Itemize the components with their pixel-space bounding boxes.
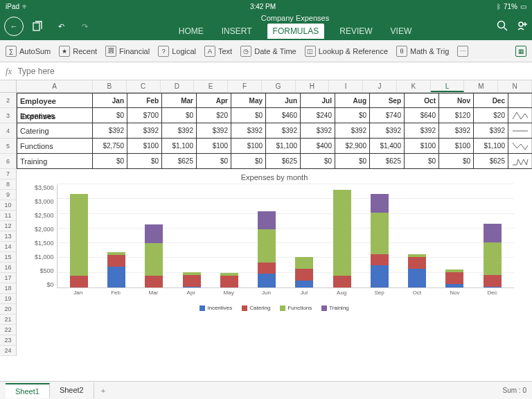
col-C[interactable]: C — [127, 80, 161, 92]
data-cell[interactable]: $640 — [405, 108, 439, 123]
col-E[interactable]: E — [194, 80, 228, 92]
row-19[interactable]: 19 — [0, 294, 17, 304]
row-11[interactable]: 11 — [0, 211, 17, 221]
col-J[interactable]: J — [363, 80, 397, 92]
row-21[interactable]: 21 — [0, 314, 17, 325]
row-22[interactable]: 22 — [0, 325, 17, 335]
share-icon[interactable] — [515, 19, 528, 33]
data-cell[interactable]: $0 — [439, 154, 474, 168]
data-cell[interactable]: $0 — [231, 108, 266, 123]
bar-mar[interactable] — [145, 224, 163, 287]
ribbon-math-trig[interactable]: θMath & Trig — [396, 46, 449, 57]
data-cell[interactable]: $700 — [127, 108, 162, 123]
row-23[interactable]: 23 — [0, 335, 17, 346]
tab-home[interactable]: HOME — [176, 24, 206, 39]
row-17[interactable]: 17 — [0, 273, 17, 283]
bar-apr[interactable] — [183, 272, 201, 287]
data-cell[interactable]: $0 — [335, 154, 370, 168]
sheet-tab-sheet1[interactable]: Sheet1 — [6, 383, 50, 398]
row-2[interactable]: 2 — [0, 93, 17, 108]
data-cell[interactable]: $100 — [231, 139, 266, 153]
data-cell[interactable]: $2,900 — [335, 139, 370, 153]
data-cell[interactable]: $20 — [474, 108, 508, 123]
bar-sep[interactable] — [371, 194, 389, 287]
row-15[interactable]: 15 — [0, 252, 17, 263]
bar-jul[interactable] — [295, 257, 313, 287]
data-cell[interactable]: $120 — [439, 108, 474, 123]
formula-input[interactable] — [17, 66, 526, 76]
row-10[interactable]: 10 — [0, 200, 17, 211]
data-cell[interactable]: $100 — [405, 139, 439, 153]
tab-review[interactable]: REVIEW — [337, 24, 375, 39]
sheet-tab-sheet2[interactable]: Sheet2 — [50, 383, 94, 398]
col-M[interactable]: M — [464, 80, 498, 92]
ribbon-recent[interactable]: ★Recent — [59, 46, 97, 57]
col-K[interactable]: K — [397, 80, 431, 92]
data-cell[interactable]: $625 — [266, 154, 301, 168]
file-button[interactable] — [28, 17, 47, 36]
row-7[interactable]: 7 — [0, 169, 17, 179]
data-cell[interactable]: $392 — [197, 123, 231, 138]
data-cell[interactable]: $392 — [266, 123, 301, 138]
data-cell[interactable]: $1,100 — [474, 139, 508, 153]
data-cell[interactable]: $392 — [439, 123, 474, 138]
data-cell[interactable]: $400 — [301, 139, 335, 153]
data-cell[interactable]: $2,750 — [93, 139, 127, 153]
data-cell[interactable]: $625 — [370, 154, 405, 168]
col-I[interactable]: I — [329, 80, 363, 92]
tab-view[interactable]: VIEW — [388, 24, 415, 39]
bar-dec[interactable] — [484, 224, 502, 287]
ribbon-lookup-reference[interactable]: ◫Lookup & Reference — [305, 46, 388, 57]
ribbon-logical[interactable]: ?Logical — [158, 46, 196, 57]
row-3[interactable]: 3 — [0, 108, 17, 123]
data-cell[interactable]: $392 — [474, 123, 508, 138]
data-cell[interactable]: $392 — [335, 123, 370, 138]
row-24[interactable]: 24 — [0, 346, 17, 356]
col-A[interactable]: A — [17, 80, 93, 92]
redo-button[interactable]: ↷ — [75, 17, 94, 36]
data-cell[interactable]: $0 — [162, 108, 197, 123]
col-D[interactable]: D — [161, 80, 195, 92]
row-13[interactable]: 13 — [0, 231, 17, 242]
data-cell[interactable]: $100 — [197, 139, 231, 153]
col-N[interactable]: N — [498, 80, 532, 92]
data-cell[interactable]: $392 — [405, 123, 439, 138]
row-4[interactable]: 4 — [0, 123, 17, 139]
data-cell[interactable]: $0 — [197, 154, 231, 168]
data-cell[interactable]: $0 — [405, 154, 439, 168]
row-12[interactable]: 12 — [0, 221, 17, 231]
data-cell[interactable]: $392 — [301, 123, 335, 138]
ribbon-toggle[interactable]: ▦ — [515, 46, 526, 57]
col-F[interactable]: F — [228, 80, 262, 92]
data-cell[interactable]: $740 — [370, 108, 405, 123]
row-6[interactable]: 6 — [0, 154, 17, 169]
data-cell[interactable]: $100 — [439, 139, 474, 153]
col-H[interactable]: H — [296, 80, 330, 92]
data-cell[interactable]: $0 — [93, 154, 127, 168]
back-button[interactable]: ← — [4, 17, 24, 36]
data-cell[interactable]: $0 — [301, 154, 335, 168]
data-cell[interactable]: $1,100 — [266, 139, 301, 153]
tab-formulas[interactable]: FORMULAS — [267, 24, 325, 39]
data-cell[interactable]: $392 — [231, 123, 266, 138]
data-cell[interactable]: $392 — [162, 123, 197, 138]
data-cell[interactable]: $392 — [370, 123, 405, 138]
row-5[interactable]: 5 — [0, 139, 17, 154]
bar-nov[interactable] — [445, 269, 463, 287]
bar-oct[interactable] — [408, 254, 426, 288]
data-cell[interactable]: $0 — [231, 154, 266, 168]
data-cell[interactable]: $392 — [127, 123, 162, 138]
tab-insert[interactable]: INSERT — [219, 24, 255, 39]
row-18[interactable]: 18 — [0, 283, 17, 294]
bar-jan[interactable] — [70, 194, 88, 287]
data-cell[interactable]: $0 — [93, 108, 127, 123]
data-cell[interactable]: $240 — [301, 108, 335, 123]
data-cell[interactable]: $0 — [335, 108, 370, 123]
add-sheet-button[interactable]: + — [94, 384, 112, 398]
row-8[interactable]: 8 — [0, 179, 17, 190]
select-all-corner[interactable] — [0, 80, 17, 92]
data-cell[interactable]: $392 — [93, 123, 127, 138]
col-L[interactable]: L — [431, 80, 465, 92]
col-G[interactable]: G — [262, 80, 296, 92]
search-icon[interactable] — [496, 19, 508, 33]
